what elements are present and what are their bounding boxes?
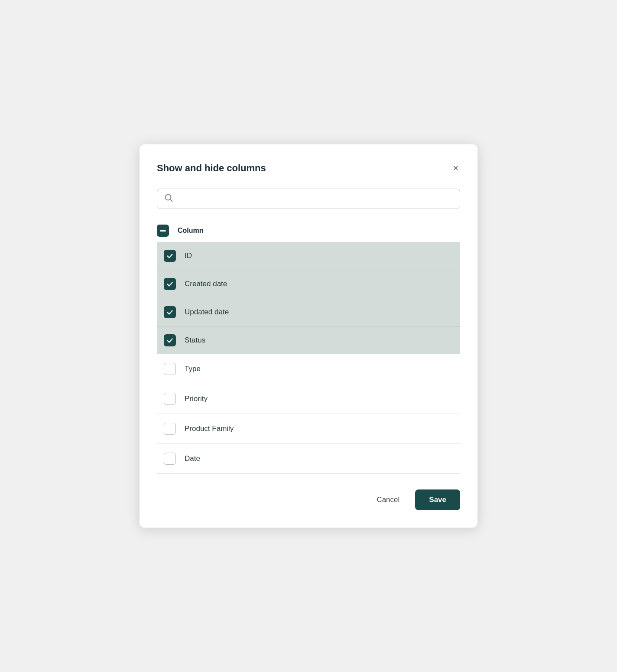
save-button[interactable]: Save bbox=[415, 489, 460, 510]
col-priority-checkbox[interactable] bbox=[164, 393, 176, 405]
col-status-checkbox[interactable] bbox=[164, 334, 176, 346]
column-header-row: Column bbox=[157, 221, 460, 240]
modal-title: Show and hide columns bbox=[157, 163, 266, 174]
select-all-checkbox[interactable] bbox=[157, 225, 169, 237]
col-id-checkbox[interactable] bbox=[164, 250, 176, 262]
table-row: ID bbox=[157, 242, 460, 270]
checked-columns-section: ID Created date Updated date bbox=[157, 242, 460, 354]
svg-line-1 bbox=[170, 199, 172, 202]
col-updated-checkbox[interactable] bbox=[164, 306, 176, 318]
col-created-label: Created date bbox=[185, 280, 227, 288]
unchecked-columns-section: Type Priority Product Family Date bbox=[157, 354, 460, 474]
search-container bbox=[157, 189, 460, 209]
table-row: Product Family bbox=[157, 414, 460, 444]
col-product-family-label: Product Family bbox=[185, 424, 234, 433]
table-row: Priority bbox=[157, 384, 460, 414]
table-row: Date bbox=[157, 444, 460, 474]
search-input[interactable] bbox=[177, 195, 453, 203]
table-row: Type bbox=[157, 354, 460, 384]
show-hide-columns-modal: Show and hide columns × Column bbox=[140, 144, 477, 528]
col-status-label: Status bbox=[185, 336, 205, 345]
close-button[interactable]: × bbox=[451, 162, 460, 175]
search-input-wrapper bbox=[157, 189, 460, 209]
col-created-checkbox[interactable] bbox=[164, 278, 176, 290]
minus-icon bbox=[160, 230, 166, 232]
modal-header: Show and hide columns × bbox=[157, 162, 460, 175]
col-priority-label: Priority bbox=[185, 395, 208, 403]
col-updated-label: Updated date bbox=[185, 308, 229, 316]
col-product-family-checkbox[interactable] bbox=[164, 423, 176, 435]
column-header-label: Column bbox=[178, 227, 204, 235]
col-type-checkbox[interactable] bbox=[164, 363, 176, 375]
col-id-label: ID bbox=[185, 251, 192, 260]
col-type-label: Type bbox=[185, 365, 201, 373]
search-icon bbox=[164, 193, 173, 204]
col-date-checkbox[interactable] bbox=[164, 453, 176, 465]
col-date-label: Date bbox=[185, 454, 200, 463]
table-row: Created date bbox=[157, 270, 460, 298]
table-row: Status bbox=[157, 326, 460, 354]
table-row: Updated date bbox=[157, 298, 460, 326]
cancel-button[interactable]: Cancel bbox=[368, 490, 408, 509]
modal-footer: Cancel Save bbox=[157, 489, 460, 510]
